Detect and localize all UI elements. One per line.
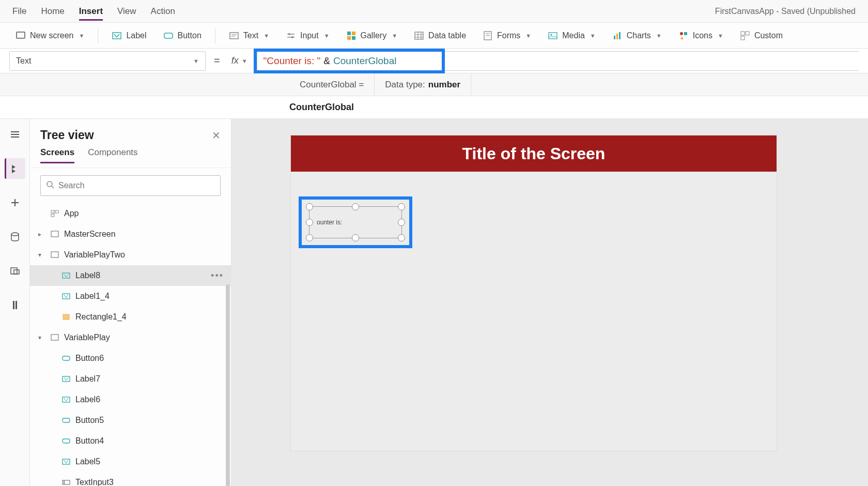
svg-line-43 [52,186,54,188]
tree-item-ti3[interactable]: TextInput3 [30,472,231,486]
property-dropdown[interactable]: Text ▼ [9,51,206,71]
new-screen-button[interactable]: New screen ▼ [9,27,90,44]
button-button[interactable]: Button [157,27,208,44]
forms-button[interactable]: Forms ▼ [476,27,537,44]
autocomplete-suggestion[interactable]: CounterGlobal [0,96,868,119]
tree-panel: Tree view ✕ Screens Components App▸Maste… [30,119,231,486]
info-type: Data type: number [375,73,471,96]
search-input[interactable] [58,181,215,190]
rail-data[interactable] [5,226,25,247]
svg-rect-26 [619,32,621,39]
tree-item-label6[interactable]: Label6 [30,389,231,410]
tree-item-label: Button6 [75,354,104,363]
screen-frame: Title of the Screen ounter is: [291,135,777,451]
menu-home[interactable]: Home [41,2,64,21]
resize-handle[interactable] [398,219,405,226]
text-button[interactable]: Text ▼ [223,27,275,44]
svg-point-37 [11,233,19,236]
label-button[interactable]: Label [105,27,152,44]
resize-handle[interactable] [352,203,359,210]
tab-screens[interactable]: Screens [40,147,74,163]
tree-item-btn6[interactable]: Button6 [30,348,231,369]
chevron-down-icon: ▼ [525,33,531,39]
icons-button[interactable]: Icons ▼ [672,27,730,44]
tree-item-label8[interactable]: Label8••• [30,265,231,286]
svg-point-8 [288,33,290,35]
media-button[interactable]: Media ▼ [541,27,601,44]
svg-rect-47 [51,231,58,237]
tree-item-label: Label6 [75,395,100,404]
tree-title: Tree view [40,128,94,142]
svg-rect-24 [614,36,615,39]
input-button[interactable]: Input ▼ [280,27,335,44]
svg-rect-45 [55,210,58,213]
tree-item-btn4[interactable]: Button4 [30,431,231,451]
fx-button[interactable]: fx ▼ [228,55,251,66]
formula-input[interactable]: "Counter is: " & CounterGlobal [257,51,859,71]
tree-item-rect1_4[interactable]: Rectangle1_4 [30,307,231,327]
label-icon [61,457,71,467]
svg-rect-14 [415,32,423,39]
scrollbar[interactable] [226,284,230,486]
more-icon[interactable]: ••• [211,270,224,281]
new-screen-label: New screen [30,31,73,40]
property-label: Text [16,56,31,66]
svg-point-9 [291,36,293,38]
rail-insert[interactable] [5,192,25,213]
rail-advanced[interactable] [5,295,25,315]
canvas-area[interactable]: Title of the Screen ounter is: [231,119,868,486]
screen-icon [50,229,60,239]
tree-list: App▸MasterScreen▾VariablePlayTwoLabel8••… [30,203,231,486]
resize-handle[interactable] [352,234,359,241]
tree-item-app[interactable]: App [30,203,231,224]
label-icon [61,394,71,405]
svg-rect-54 [63,376,70,382]
collapse-icon[interactable]: ▾ [38,251,45,259]
close-icon[interactable]: ✕ [212,129,221,142]
collapse-icon[interactable]: ▾ [38,334,45,341]
selected-control-highlight: ounter is: [299,196,412,248]
tree-item-btn5[interactable]: Button5 [30,410,231,431]
resize-handle[interactable] [306,219,313,226]
rail-media[interactable] [5,261,25,281]
resize-handle[interactable] [306,234,313,241]
custom-button[interactable]: Custom [734,27,789,44]
resize-handle[interactable] [398,203,405,210]
tree-search[interactable] [40,175,221,196]
label-icon [61,270,71,281]
menu-insert[interactable]: Insert [79,2,103,21]
icons-btn-label: Icons [693,31,712,40]
tree-item-master[interactable]: ▸MasterScreen [30,224,231,245]
resize-handle[interactable] [306,203,313,210]
menu-view[interactable]: View [117,2,136,21]
button-icon [163,31,174,41]
chevron-down-icon: ▼ [718,33,723,39]
tree-item-label1_4[interactable]: Label1_4 [30,286,231,307]
tree-item-label5[interactable]: Label5 [30,451,231,472]
tree-item-vp2[interactable]: ▾VariablePlayTwo [30,245,231,265]
rail-tree-view[interactable] [5,158,25,179]
menu-action[interactable]: Action [151,2,175,21]
tree-item-label7[interactable]: Label7 [30,369,231,389]
expand-icon[interactable]: ▸ [38,231,45,238]
label8-control[interactable]: ounter is: [309,206,402,238]
main-area: Tree view ✕ Screens Components App▸Maste… [0,119,868,486]
charts-button[interactable]: Charts ▼ [606,27,668,44]
media-icon [548,31,558,41]
left-rail [0,119,30,486]
svg-rect-0 [17,32,25,38]
chevron-down-icon: ▼ [324,33,330,39]
tree-item-vp[interactable]: ▾VariablePlay [30,327,231,348]
data-table-button[interactable]: Data table [408,27,472,44]
tab-components[interactable]: Components [88,147,137,163]
svg-rect-58 [63,459,70,464]
menu-file[interactable]: File [12,2,26,21]
rail-hamburger[interactable] [5,124,25,145]
svg-point-23 [551,34,552,35]
resize-handle[interactable] [398,234,405,241]
svg-rect-12 [347,36,351,40]
gallery-button[interactable]: Gallery ▼ [340,27,404,44]
svg-rect-52 [51,335,58,340]
separator [98,28,98,43]
tree-item-label: VariablePlayTwo [64,250,125,260]
